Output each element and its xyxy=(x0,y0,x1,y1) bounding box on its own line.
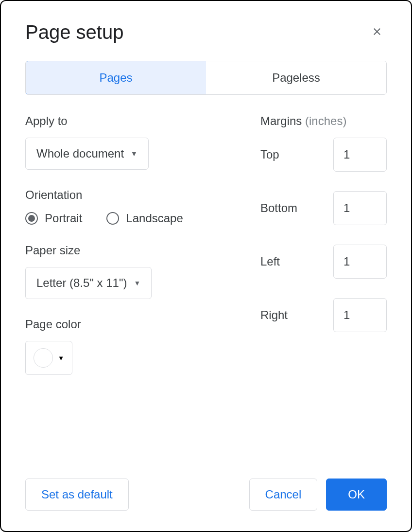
color-swatch xyxy=(34,348,53,368)
tabs: Pages Pageless xyxy=(25,61,387,95)
ok-button[interactable]: OK xyxy=(326,479,387,511)
paper-size-value: Letter (8.5" x 11") xyxy=(36,276,127,290)
landscape-label: Landscape xyxy=(126,212,183,225)
dialog-title: Page setup xyxy=(25,21,123,43)
orientation-portrait-radio[interactable]: Portrait xyxy=(25,212,82,225)
margin-right-row: Right xyxy=(260,298,387,332)
radio-unchecked-icon xyxy=(106,212,119,225)
left-column: Apply to Whole document ▼ Orientation Po… xyxy=(25,114,260,479)
right-column: Margins (inches) Top Bottom Left Right xyxy=(260,114,387,479)
apply-to-value: Whole document xyxy=(36,147,124,160)
margin-top-label: Top xyxy=(260,148,279,161)
margin-right-label: Right xyxy=(260,308,288,322)
cancel-button[interactable]: Cancel xyxy=(249,479,318,511)
page-setup-dialog: Page setup Pages Pageless Apply to Whole… xyxy=(0,0,412,532)
margin-bottom-input[interactable] xyxy=(333,191,387,225)
margins-label: Margins (inches) xyxy=(260,114,387,128)
orientation-section: Orientation Portrait Landscape xyxy=(25,188,246,225)
caret-down-icon: ▼ xyxy=(58,355,64,362)
margin-bottom-row: Bottom xyxy=(260,191,387,225)
portrait-label: Portrait xyxy=(45,212,82,225)
close-button[interactable] xyxy=(367,23,387,42)
dialog-footer: Set as default Cancel OK xyxy=(25,479,387,511)
radio-checked-icon xyxy=(25,212,38,225)
orientation-radio-group: Portrait Landscape xyxy=(25,212,246,225)
paper-size-dropdown[interactable]: Letter (8.5" x 11") ▼ xyxy=(25,267,152,299)
margin-left-input[interactable] xyxy=(333,245,387,279)
content-area: Apply to Whole document ▼ Orientation Po… xyxy=(25,114,387,479)
page-color-label: Page color xyxy=(25,318,246,331)
paper-size-label: Paper size xyxy=(25,244,246,257)
apply-to-label: Apply to xyxy=(25,114,246,128)
margin-left-label: Left xyxy=(260,255,280,268)
caret-down-icon: ▼ xyxy=(131,150,137,158)
margin-top-row: Top xyxy=(260,138,387,172)
orientation-landscape-radio[interactable]: Landscape xyxy=(106,212,183,225)
apply-to-dropdown[interactable]: Whole document ▼ xyxy=(25,138,149,170)
margin-left-row: Left xyxy=(260,245,387,279)
page-color-picker[interactable]: ▼ xyxy=(25,341,72,375)
orientation-label: Orientation xyxy=(25,188,246,202)
margin-right-input[interactable] xyxy=(333,298,387,332)
page-color-section: Page color ▼ xyxy=(25,318,246,375)
dialog-header: Page setup xyxy=(25,21,387,43)
tab-pageless[interactable]: Pageless xyxy=(206,61,386,94)
margin-bottom-label: Bottom xyxy=(260,201,297,215)
apply-to-section: Apply to Whole document ▼ xyxy=(25,114,246,170)
caret-down-icon: ▼ xyxy=(134,279,140,287)
margin-top-input[interactable] xyxy=(333,138,387,172)
set-as-default-button[interactable]: Set as default xyxy=(25,479,129,511)
tab-pages[interactable]: Pages xyxy=(25,61,206,95)
footer-right-group: Cancel OK xyxy=(249,479,387,511)
close-icon xyxy=(371,23,383,41)
paper-size-section: Paper size Letter (8.5" x 11") ▼ xyxy=(25,244,246,299)
